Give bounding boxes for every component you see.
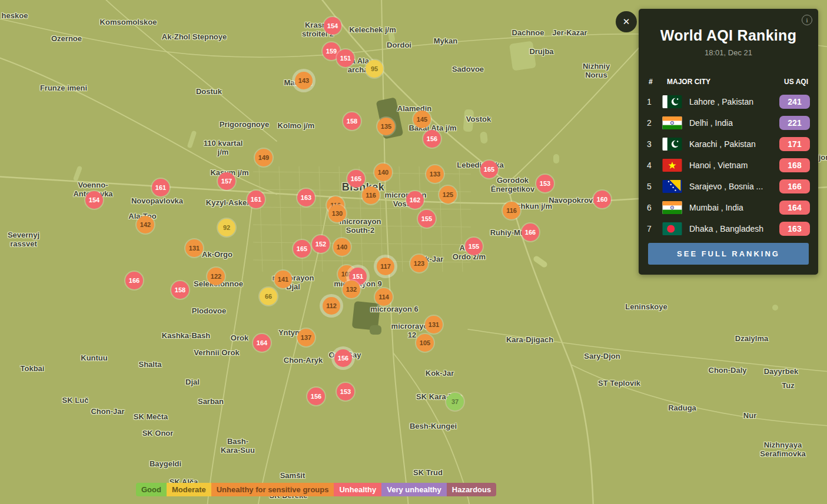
- aqi-marker[interactable]: 165: [480, 161, 498, 178]
- map-canvas[interactable]: heskoeKomsomolskoeOzernoeAk-Zhol Stepnoy…: [0, 0, 827, 504]
- legend-moderate: Moderate: [167, 483, 211, 496]
- aqi-marker[interactable]: 165: [347, 170, 365, 188]
- map-place-label: Kolmo j/m: [278, 122, 315, 131]
- rank-number: 5: [647, 182, 662, 191]
- rank-number: 6: [647, 203, 662, 212]
- aqi-marker[interactable]: 161: [152, 179, 170, 196]
- map-terrain-patch: [772, 305, 778, 311]
- aqi-marker[interactable]: 154: [85, 191, 103, 209]
- aqi-marker[interactable]: 153: [337, 383, 354, 400]
- aqi-marker[interactable]: 160: [593, 191, 611, 208]
- aqi-marker[interactable]: 133: [426, 165, 444, 183]
- aqi-marker[interactable]: 95: [366, 60, 383, 78]
- map-place-label: Dordoi: [387, 41, 411, 50]
- map-terrain-patch: [370, 325, 381, 335]
- map-place-label: heskoe: [2, 12, 28, 21]
- aqi-marker[interactable]: 131: [185, 239, 203, 257]
- aqi-marker[interactable]: 137: [297, 329, 315, 346]
- map-place-label: Vostok: [466, 115, 491, 124]
- aqi-marker[interactable]: 152: [312, 235, 330, 253]
- map-place-label: Frunze imeni: [40, 84, 87, 93]
- aqi-marker[interactable]: 116: [503, 202, 520, 219]
- map-place-label: Raduga: [668, 404, 696, 413]
- aqi-marker[interactable]: 145: [413, 111, 431, 128]
- legend-unhealthy: Unhealthy: [334, 483, 381, 496]
- aqi-marker[interactable]: 140: [374, 163, 392, 181]
- aqi-marker[interactable]: 151: [337, 49, 354, 67]
- city-name: Sarajevo , Bosnia ...: [689, 182, 763, 191]
- ranking-row[interactable]: 7Dhaka , Bangladesh163: [647, 218, 810, 239]
- ranking-row[interactable]: 2Delhi , India221: [647, 112, 810, 133]
- aqi-marker[interactable]: 116: [362, 186, 380, 204]
- vietnam-flag-icon: [662, 159, 682, 172]
- ranking-row[interactable]: 4Hanoi , Vietnam168: [647, 155, 810, 176]
- aqi-marker[interactable]: 131: [425, 316, 443, 333]
- aqi-marker[interactable]: 112: [323, 297, 340, 315]
- map-place-label: Dostuk: [196, 88, 222, 96]
- aqi-marker[interactable]: 166: [522, 223, 539, 241]
- aqi-marker[interactable]: 37: [446, 393, 464, 410]
- map-place-label: Sadovoe: [452, 65, 484, 74]
- map-place-label: SK Luč: [62, 396, 89, 405]
- ranking-row[interactable]: 1Lahore , Pakistan241: [647, 91, 810, 112]
- city-name: Lahore , Pakistan: [689, 97, 753, 106]
- aqi-marker[interactable]: 122: [207, 268, 225, 285]
- india-flag-icon: [662, 116, 682, 129]
- aqi-marker[interactable]: 165: [293, 240, 311, 258]
- map-place-label: Komsomolskoe: [100, 18, 157, 27]
- aqi-marker[interactable]: 156: [334, 349, 352, 367]
- city-column-header: MAJOR CITY: [667, 78, 710, 86]
- aqi-marker[interactable]: 157: [218, 172, 235, 190]
- aqi-marker[interactable]: 130: [328, 205, 346, 222]
- map-place-label: jor: [819, 153, 827, 162]
- aqi-marker[interactable]: 156: [307, 388, 325, 405]
- map-place-label: Kashka-Bash: [162, 332, 210, 341]
- map-place-label: Orok: [231, 334, 248, 343]
- aqi-badge: 163: [779, 222, 810, 236]
- aqi-marker[interactable]: 66: [260, 288, 277, 305]
- map-place-label: SK Mečta: [134, 413, 168, 422]
- aqi-marker[interactable]: 123: [410, 255, 428, 272]
- info-icon[interactable]: i: [802, 15, 812, 25]
- map-place-label: Sarban: [198, 398, 224, 406]
- aqi-marker[interactable]: 163: [297, 189, 315, 206]
- ranking-row[interactable]: 5Sarajevo , Bosnia ...166: [647, 176, 810, 197]
- close-button[interactable]: ✕: [616, 11, 637, 32]
- aqi-marker[interactable]: 149: [255, 149, 273, 166]
- aqi-marker[interactable]: 166: [125, 272, 143, 289]
- aqi-marker[interactable]: 155: [465, 238, 483, 255]
- aqi-marker[interactable]: 135: [377, 118, 395, 135]
- map-place-label: Novopavlovka: [131, 197, 183, 206]
- map-place-label: Gorodok Ėnergetikov: [491, 176, 534, 193]
- aqi-marker[interactable]: 132: [343, 281, 360, 298]
- aqi-marker[interactable]: 114: [375, 288, 393, 306]
- aqi-marker[interactable]: 153: [536, 175, 554, 192]
- aqi-marker[interactable]: 161: [247, 191, 265, 208]
- aqi-marker[interactable]: 154: [324, 17, 341, 35]
- map-place-label: Besh-Kungei: [410, 422, 457, 431]
- map-place-label: Chon-Aryk: [284, 356, 323, 365]
- aqi-marker[interactable]: 162: [406, 191, 424, 209]
- aqi-marker[interactable]: 155: [418, 210, 436, 228]
- map-place-label: Baygeldi: [150, 460, 181, 469]
- aqi-marker[interactable]: 158: [171, 281, 189, 299]
- aqi-marker[interactable]: 164: [253, 334, 271, 352]
- aqi-marker[interactable]: 156: [423, 130, 441, 148]
- aqi-marker[interactable]: 158: [343, 112, 361, 130]
- map-place-label: microrayon 6: [370, 305, 419, 314]
- map-place-label: Chon-Daly: [709, 366, 747, 375]
- see-full-ranking-button[interactable]: SEE FULL RANKING: [648, 243, 809, 265]
- aqi-marker[interactable]: 125: [439, 186, 457, 203]
- aqi-marker[interactable]: 142: [137, 216, 154, 233]
- ranking-row[interactable]: 6Mumbai , India164: [647, 197, 810, 218]
- aqi-marker[interactable]: 117: [377, 258, 394, 275]
- aqi-marker[interactable]: 105: [416, 334, 434, 352]
- aqi-marker[interactable]: 92: [218, 219, 235, 236]
- map-place-label: 110 kvartal j/m: [204, 139, 243, 156]
- aqi-marker[interactable]: 140: [333, 238, 351, 256]
- aqi-marker[interactable]: 143: [295, 72, 313, 89]
- aqi-marker[interactable]: 141: [274, 271, 292, 288]
- aqi-badge: 164: [779, 201, 810, 215]
- ranking-row[interactable]: 3Karachi , Pakistan171: [647, 133, 810, 155]
- map-place-label: Sary-Djon: [584, 352, 620, 361]
